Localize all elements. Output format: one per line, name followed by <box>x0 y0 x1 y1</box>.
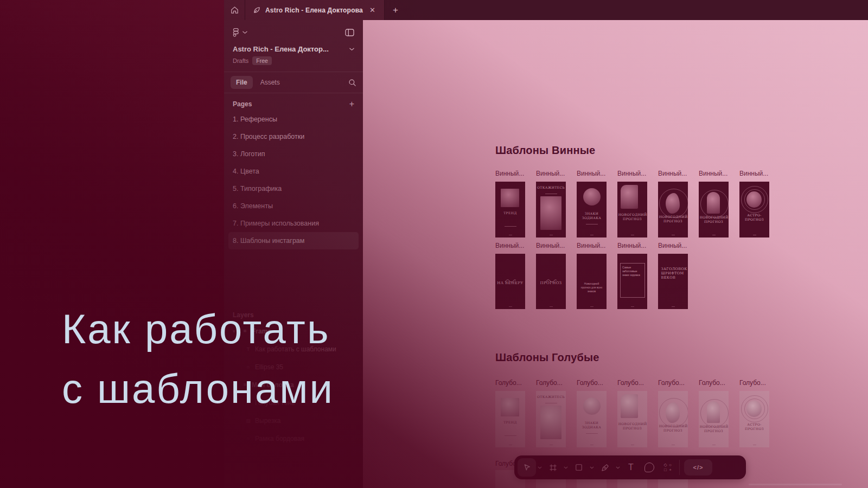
template-thumbnail[interactable]: АСТРО-ПРОГНОЗ <box>739 391 769 447</box>
template-label[interactable]: Винный... <box>617 242 651 249</box>
template-label[interactable]: Голубо... <box>658 379 692 387</box>
horizontal-scrollbar[interactable] <box>749 484 842 485</box>
sidebar-page-item[interactable]: 5. Типографика <box>228 180 359 197</box>
frame-icon <box>549 464 557 472</box>
pen-tool-button[interactable] <box>596 458 614 477</box>
template-thumbnail[interactable]: АСТРО-ПРОГНОЗ <box>739 182 769 237</box>
file-name-dropdown[interactable]: Astro Rich - Елена Доктор... <box>224 40 363 53</box>
template-label[interactable]: Винный... <box>699 170 732 177</box>
tab-bar: Astro Rich - Елена Докторова ✕ + <box>224 0 868 21</box>
template-title: ОТКАЖИТЕСЬ <box>537 185 565 190</box>
breadcrumb: Drafts <box>233 57 248 64</box>
template-label[interactable]: Винный... <box>495 242 529 249</box>
template-photo <box>540 196 561 230</box>
template-title: АСТРО-ПРОГНОЗ <box>741 213 769 221</box>
template-title: НОВОГОДНИЙ ПРОГНОЗ <box>659 215 687 223</box>
sidebar-page-item[interactable]: 8. Шаблоны инстаграм <box>228 232 359 249</box>
template-title: ТРЕНД <box>496 420 525 425</box>
sidebar-page-item[interactable]: 4. Цвета <box>228 163 359 180</box>
divider <box>679 460 680 475</box>
section-title[interactable]: Шаблоны Голубые <box>495 351 599 364</box>
template-thumbnail[interactable]: НОВОГОДНИЙ ПРОГНОЗ <box>658 391 688 447</box>
sidebar-page-item[interactable]: 1. Референсы <box>228 111 359 128</box>
sidebar-page-item[interactable]: 2. Процесс разработки <box>228 128 359 145</box>
template-label[interactable]: Винный... <box>577 242 610 249</box>
rectangle-icon <box>575 464 583 471</box>
template-label[interactable]: Винный... <box>658 170 692 177</box>
shape-tool-button[interactable] <box>570 458 588 477</box>
section-title[interactable]: Шаблоны Винные <box>495 144 595 157</box>
template-label[interactable]: Винный... <box>536 170 570 177</box>
move-tool-chevron[interactable] <box>536 466 544 469</box>
template-thumbnail[interactable]: ЗНАКИ ЗОДИАКА <box>577 391 607 447</box>
dev-mode-toggle[interactable]: </> <box>684 459 712 476</box>
template-title: НА ВЕНЕРУ <box>496 281 525 286</box>
template-photo <box>707 192 720 214</box>
decor-line <box>505 435 516 436</box>
template-thumbnail[interactable]: Новогодний прогноз для всех знаков <box>577 254 607 309</box>
canvas[interactable]: Шаблоны ВинныеВинный...ТРЕНДВинный...ОТК… <box>363 20 868 488</box>
add-page-button[interactable]: + <box>349 100 354 108</box>
template-title: НОВОГОДНИЙ ПРОГНОЗ <box>618 213 647 221</box>
toggle-sidebar-icon[interactable] <box>345 29 354 36</box>
template-label[interactable]: Винный... <box>617 170 651 177</box>
tab-assets[interactable]: Assets <box>255 76 285 89</box>
comment-icon <box>644 463 654 472</box>
template-thumbnail[interactable]: ТРЕНД <box>495 182 525 237</box>
main-menu-button[interactable] <box>233 28 247 37</box>
file-tab[interactable]: Astro Rich - Елена Докторова ✕ <box>245 0 385 20</box>
comment-tool-button[interactable] <box>640 458 659 477</box>
pages-header: Pages <box>233 100 252 108</box>
tab-file[interactable]: File <box>231 76 253 89</box>
template-label[interactable]: Винный... <box>739 170 773 177</box>
frame-tool-button[interactable] <box>544 458 562 477</box>
template-thumbnail[interactable]: НОВОГОДНИЙ ПРОГНОЗ <box>699 391 729 447</box>
template-label[interactable]: Голубо... <box>739 379 773 387</box>
template-label[interactable]: Винный... <box>577 170 610 177</box>
template-thumbnail[interactable]: НОВОГОДНИЙ ПРОГНОЗ <box>699 182 729 237</box>
layer-item[interactable]: ○Рамка бордовая <box>224 429 363 447</box>
new-tab-button[interactable]: + <box>385 0 406 20</box>
template-thumbnail[interactable]: ЗНАКИ ЗОДИАКА <box>577 182 607 237</box>
shape-tool-chevron[interactable] <box>588 466 596 469</box>
template-label[interactable]: Голубо... <box>577 379 610 387</box>
actions-button[interactable]: ◇○□+ <box>659 458 677 477</box>
cover-title-line1: Как работать <box>62 299 334 359</box>
template-title: ПРОГНОЗ <box>537 281 565 286</box>
template-thumbnail[interactable]: НОВОГОДНИЙ ПРОГНОЗ <box>617 182 647 237</box>
sidebar-page-item[interactable]: 3. Логотип <box>228 145 359 163</box>
template-thumbnail[interactable]: НОВОГОДНИЙ ПРОГНОЗ <box>658 182 688 237</box>
sidebar-page-item[interactable]: 7. Примеры использования <box>228 215 359 232</box>
pen-tool-chevron[interactable] <box>614 466 622 469</box>
template-thumbnail[interactable]: ОТКАЖИТЕСЬ <box>536 182 566 237</box>
template-thumbnail[interactable]: ТРЕНД <box>495 391 525 447</box>
cover-screenshot: Astro Rich - Елена Докторова ✕ + <box>0 0 868 488</box>
template-label[interactable]: Винный... <box>536 242 570 249</box>
template-label[interactable]: Винный... <box>658 242 692 249</box>
frame-tool-chevron[interactable] <box>562 466 570 469</box>
template-label[interactable]: Голубо... <box>699 379 732 387</box>
bottom-toolbar: T ◇○□+ </> <box>514 455 746 479</box>
template-title: АСТРО-ПРОГНОЗ <box>741 422 769 431</box>
chevron-down-icon <box>349 48 354 51</box>
template-title: Новогодний прогноз для всех знаков <box>580 282 604 293</box>
template-thumbnail[interactable]: ОТКАЖИТЕСЬ <box>536 391 566 447</box>
template-label[interactable]: Голубо... <box>617 379 651 387</box>
template-label[interactable]: Винный... <box>495 170 529 177</box>
template-label[interactable]: Голубо... <box>536 379 570 387</box>
text-tool-button[interactable]: T <box>622 458 640 477</box>
home-button[interactable] <box>224 0 245 20</box>
sidebar-page-item[interactable]: 6. Элементы <box>228 197 359 215</box>
cover-title-line2: с шаблонами <box>62 359 334 419</box>
template-thumbnail[interactable]: ПРОГНОЗ <box>536 254 566 309</box>
template-thumbnail[interactable]: НА ВЕНЕРУ <box>495 254 525 309</box>
template-photo <box>501 189 519 207</box>
template-thumbnail[interactable]: Самые заботливые знаки зодиака <box>617 254 647 309</box>
move-tool-button[interactable] <box>518 458 536 477</box>
search-icon[interactable] <box>348 79 356 87</box>
template-label[interactable]: Голубо... <box>495 379 529 387</box>
template-thumbnail[interactable]: ЗАГОЛОВОК ШРИФТОМ ВЕКОВ <box>658 254 688 309</box>
template-photo <box>583 397 601 415</box>
template-thumbnail[interactable]: НОВОГОДНИЙ ПРОГНОЗ <box>617 391 647 447</box>
close-tab-icon[interactable]: ✕ <box>367 5 378 15</box>
